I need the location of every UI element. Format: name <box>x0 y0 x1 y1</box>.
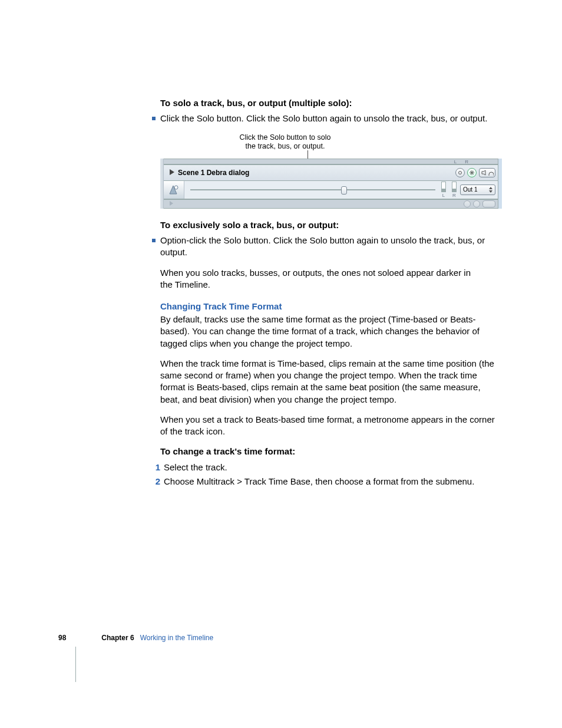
svg-point-1 <box>459 171 462 174</box>
bullet-text: Option-click the Solo button. Click the … <box>160 235 502 259</box>
heading-solo-exclusive: To exclusively solo a track, bus, or out… <box>160 219 502 231</box>
figure-footer-dim <box>164 199 498 209</box>
svg-marker-12 <box>489 190 492 193</box>
step-text-1: Select the track. <box>164 462 227 473</box>
bullet-icon <box>152 117 156 120</box>
chapter-title: Working in the Timeline <box>140 634 214 642</box>
callout-line1: Click the Solo button to solo <box>240 133 331 141</box>
level-meters: L R <box>441 182 457 198</box>
para-changing-3: When you set a track to Beats-based time… <box>160 414 502 438</box>
bullet-solo-multiple: Click the Solo button. Click the Solo bu… <box>160 113 502 124</box>
track-controls-row: L R Out 1 <box>164 181 498 199</box>
para-changing-2: When the track time format is Time-based… <box>160 358 502 406</box>
svg-marker-6 <box>482 170 485 175</box>
heading-change-format: To change a track's time format: <box>160 446 502 457</box>
meter-label-l-top: L <box>454 159 457 164</box>
record-enable-button[interactable] <box>455 168 465 177</box>
para-changing-1: By default, tracks use the same time for… <box>160 314 502 350</box>
step-number-2: 2 <box>150 476 160 487</box>
page-number: 98 <box>58 634 66 642</box>
figure-solo-button: Click the Solo button to solo the track,… <box>160 133 502 209</box>
chapter-label: Chapter 6 <box>101 634 134 642</box>
meter-label-r: R <box>452 193 457 198</box>
meter-label-r-top: R <box>465 159 468 164</box>
meter-left <box>441 182 446 192</box>
page-footer: 98 Chapter 6 Working in the Timeline <box>58 634 213 642</box>
callout-leader-line <box>308 150 308 159</box>
step-1: 1 Select the track. <box>160 462 502 473</box>
bullet-solo-exclusive: Option-click the Solo button. Click the … <box>160 235 502 259</box>
svg-marker-13 <box>170 201 173 206</box>
output-selector[interactable]: Out 1 <box>460 185 495 195</box>
track-header-row: Scene 1 Debra dialog <box>164 164 498 181</box>
disclosure-triangle-icon[interactable] <box>170 169 174 177</box>
track-icon <box>164 181 184 199</box>
solo-button[interactable] <box>467 168 477 177</box>
figure-right-edge <box>498 159 502 209</box>
pan-slider[interactable] <box>190 189 435 190</box>
track-name-label: Scene 1 Debra dialog <box>178 169 453 177</box>
svg-marker-11 <box>489 187 492 189</box>
svg-marker-0 <box>170 169 174 175</box>
dim-button-1 <box>464 200 471 207</box>
bullet-text: Click the Solo button. Click the Solo bu… <box>160 113 487 124</box>
output-label: Out 1 <box>463 186 477 193</box>
subhead-changing-format: Changing Track Time Format <box>160 301 502 311</box>
para-solo-darker: When you solo tracks, busses, or outputs… <box>160 267 502 291</box>
meter-label-l: L <box>441 193 446 198</box>
step-number-1: 1 <box>150 462 160 473</box>
svg-point-10 <box>174 186 178 189</box>
heading-solo-multiple: To solo a track, bus, or output (multipl… <box>160 97 502 109</box>
dim-button-2 <box>473 200 480 207</box>
bullet-icon <box>152 239 156 242</box>
meter-right <box>452 182 457 192</box>
footer-rule <box>75 647 76 682</box>
updown-arrows-icon <box>489 187 492 193</box>
dim-button-3 <box>482 200 495 207</box>
step-text-2: Choose Multitrack > Track Time Base, the… <box>164 476 474 487</box>
step-2: 2 Choose Multitrack > Track Time Base, t… <box>160 476 502 487</box>
figure-header-dim: L R <box>164 159 498 164</box>
callout-line2: the track, bus, or output. <box>246 142 325 150</box>
figure-callout: Click the Solo button to solo the track,… <box>226 133 344 151</box>
mute-headphone-button[interactable] <box>479 168 495 177</box>
